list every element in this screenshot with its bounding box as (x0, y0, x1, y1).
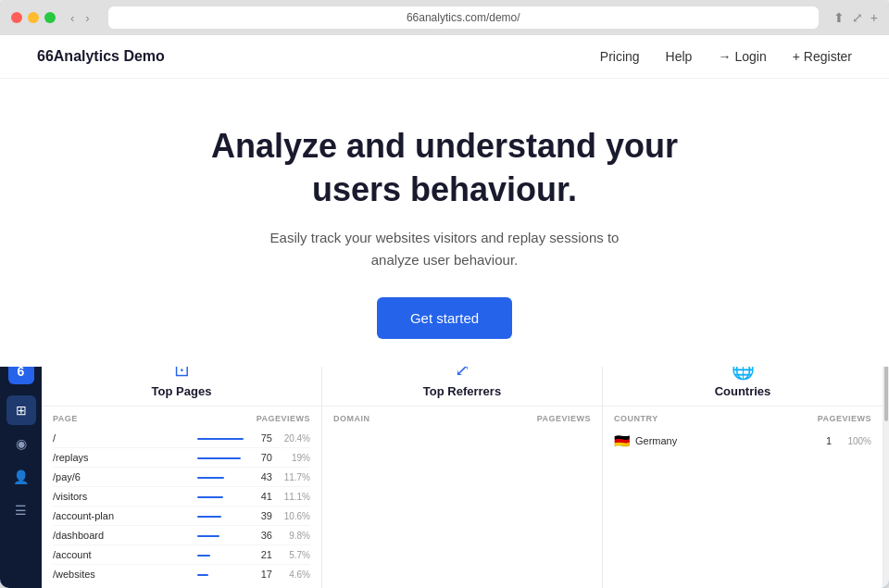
row-bar (197, 477, 224, 479)
country-flag: 🇩🇪 (614, 433, 630, 448)
hero-heading: Analyze and understand your users behavi… (167, 125, 722, 212)
top-pages-icon: ⊡ (174, 367, 190, 381)
pricing-link[interactable]: Pricing (600, 49, 640, 64)
login-label: Login (734, 49, 766, 64)
row-bar (197, 555, 210, 557)
table-row: /pay/6 43 11.7% (53, 468, 310, 487)
countries-title: Countries (715, 384, 771, 398)
countries-pageviews-col-label: PAGEVIEWS (818, 414, 871, 423)
row-page: /pay/6 (53, 471, 197, 482)
address-bar[interactable]: 66analytics.com/demo/ (108, 6, 819, 29)
top-nav: 66Analytics Demo Pricing Help → Login + … (0, 35, 889, 79)
row-pct: 11.7% (278, 472, 310, 482)
row-count: 17 (249, 569, 272, 580)
row-bar (197, 496, 223, 498)
row-count: 39 (249, 510, 272, 521)
hero-section: Analyze and understand your users behavi… (0, 79, 889, 367)
sidebar-icon-grid[interactable]: ⊞ (6, 395, 36, 425)
table-row: /replays 70 19% (53, 448, 310, 468)
sidebar-icon-list[interactable]: ☰ (6, 495, 36, 525)
pageviews-col-label: PAGEVIEWS (257, 414, 310, 423)
top-pages-table: PAGE PAGEVIEWS / 75 20.4% (42, 407, 321, 588)
countries-header: 🌐 Countries (603, 367, 883, 407)
row-count: 36 (249, 530, 272, 541)
row-pct: 10.6% (278, 511, 310, 521)
table-row: /account 21 5.7% (53, 545, 310, 565)
get-started-button[interactable]: Get started (377, 297, 512, 339)
share-button[interactable]: ⬆ (833, 10, 845, 25)
sidebar-icon-circle[interactable]: ◉ (6, 429, 36, 458)
country-row: 🇩🇪 Germany 1 100% (614, 429, 871, 453)
country-name: Germany (635, 435, 813, 446)
wave-dashboard: 6 ⊞ ◉ 👤 ☰ ⊡ Top Pages (0, 367, 889, 588)
row-pct: 19% (278, 453, 310, 463)
scrollbar-thumb[interactable] (884, 367, 888, 421)
top-pages-panel: ⊡ Top Pages PAGE PAGEVIEWS (42, 367, 322, 588)
top-referrers-header: ⤢ Top Referrers (322, 367, 602, 407)
panels-area: ⊡ Top Pages PAGE PAGEVIEWS (42, 367, 889, 588)
row-count: 75 (249, 432, 272, 444)
table-row: /websites 17 4.6% (53, 565, 310, 583)
country-pct: 100% (839, 436, 871, 446)
register-plus-icon: + (793, 49, 800, 64)
maximize-button[interactable] (44, 12, 56, 23)
close-button[interactable] (11, 12, 22, 23)
row-bar (197, 457, 241, 459)
logo[interactable]: 66Analytics Demo (37, 48, 165, 65)
login-link[interactable]: → Login (718, 49, 766, 64)
row-page: /dashboard (53, 530, 197, 541)
forward-button[interactable]: › (81, 9, 93, 27)
table-row: /dashboard 36 9.8% (53, 526, 310, 545)
table-row: /account-plan 39 10.6% (53, 507, 310, 526)
row-bar (197, 535, 219, 537)
row-page: /replays (53, 452, 197, 463)
top-referrers-title: Top Referrers (423, 384, 501, 398)
top-pages-table-header: PAGE PAGEVIEWS (53, 414, 310, 423)
new-tab-button[interactable]: + (870, 10, 878, 25)
row-bar (197, 438, 244, 440)
country-count: 1 (813, 435, 832, 446)
countries-rows: 🇩🇪 Germany 1 100% (614, 429, 871, 453)
country-col-label: COUNTRY (614, 414, 658, 423)
top-referrers-table-header: DOMAIN PAGEVIEWS (333, 414, 591, 423)
minimize-button[interactable] (28, 12, 39, 23)
login-arrow-icon: → (718, 49, 731, 64)
row-pct: 5.7% (278, 550, 310, 560)
top-pages-header: ⊡ Top Pages (42, 367, 321, 407)
row-page: /websites (53, 569, 197, 580)
row-page: /account-plan (53, 510, 197, 521)
countries-panel: 🌐 Countries COUNTRY PAGEVIEWS (603, 367, 883, 588)
sidebar-icon-users[interactable]: 👤 (6, 462, 36, 492)
top-referrers-icon: ⤢ (455, 367, 470, 381)
row-count: 43 (249, 471, 272, 482)
fullscreen-button[interactable]: ⤢ (852, 10, 863, 25)
register-link[interactable]: + Register (793, 49, 852, 64)
help-link[interactable]: Help (666, 49, 693, 64)
hero-subtext: Easily track your websites visitors and … (250, 227, 639, 271)
row-pct: 4.6% (278, 569, 310, 580)
top-pages-rows: / 75 20.4% /replays 70 19% /pay/6 (53, 429, 310, 583)
referrers-pageviews-col-label: PAGEVIEWS (537, 414, 591, 423)
row-count: 21 (249, 549, 272, 560)
dashboard-container: 6 ⊞ ◉ 👤 ☰ ⊡ Top Pages (0, 367, 889, 588)
domain-col-label: DOMAIN (333, 414, 370, 423)
row-count: 41 (249, 491, 272, 502)
countries-table: COUNTRY PAGEVIEWS 🇩🇪 Germany 1 100% (603, 407, 883, 588)
row-pct: 11.1% (278, 492, 310, 502)
scrollbar-track[interactable] (883, 367, 889, 588)
top-pages-title: Top Pages (152, 384, 212, 398)
row-page: /account (53, 549, 197, 560)
back-button[interactable]: ‹ (67, 9, 78, 27)
top-referrers-panel: ⤢ Top Referrers DOMAIN PAGEVIEWS (322, 367, 603, 588)
row-pct: 9.8% (278, 531, 310, 541)
sidebar-badge: 6 (8, 367, 34, 384)
sidebar: 6 ⊞ ◉ 👤 ☰ (0, 367, 42, 588)
table-row: /visitors 41 11.1% (53, 487, 310, 507)
url-text: 66analytics.com/demo/ (407, 11, 520, 24)
register-label: Register (804, 49, 852, 64)
panels-row: ⊡ Top Pages PAGE PAGEVIEWS (42, 367, 889, 588)
row-page: / (53, 432, 197, 444)
top-referrers-table: DOMAIN PAGEVIEWS (322, 407, 602, 588)
nav-links: Pricing Help → Login + Register (600, 49, 852, 64)
row-bar (197, 574, 208, 576)
